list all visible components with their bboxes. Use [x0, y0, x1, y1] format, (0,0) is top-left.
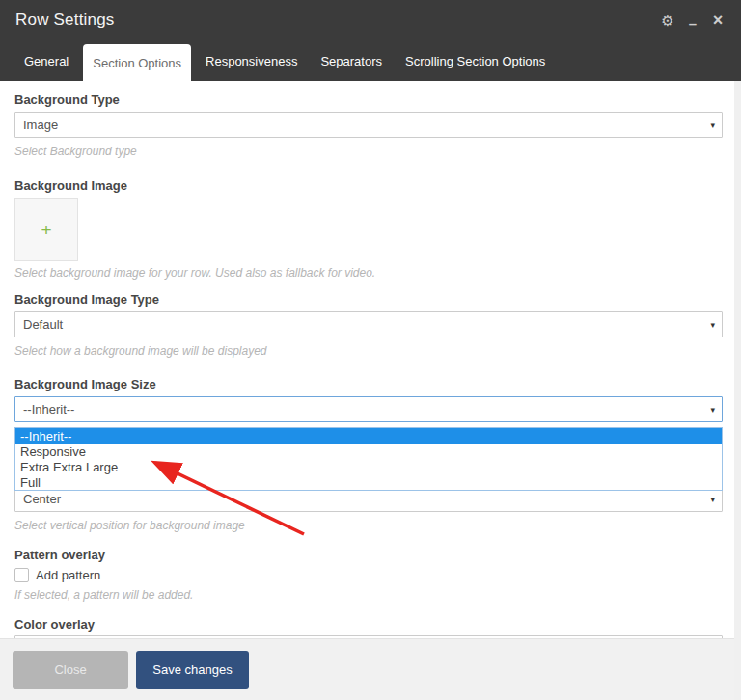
row-settings-dialog: Row Settings ⚙ – × General Section Optio…: [0, 0, 741, 700]
tab-separators[interactable]: Separators: [309, 40, 394, 81]
background-image-size-value: --Inherit--: [23, 402, 74, 417]
field-pattern-overlay: Pattern overlay Add pattern If selected,…: [14, 548, 723, 603]
save-changes-button[interactable]: Save changes: [136, 651, 249, 689]
close-button[interactable]: Close: [13, 651, 128, 689]
dialog-body: Background Type Image ▾ Select Backgroun…: [0, 81, 741, 638]
gear-icon[interactable]: ⚙: [660, 13, 675, 28]
scrollbar[interactable]: [734, 81, 741, 700]
plus-icon: +: [41, 221, 51, 239]
background-image-type-select[interactable]: Default ▾: [14, 311, 723, 337]
dialog-title: Row Settings: [15, 11, 115, 30]
field-background-type: Background Type Image ▾ Select Backgroun…: [14, 93, 723, 159]
field-background-image-type: Background Image Type Default ▾ Select h…: [14, 292, 723, 359]
field-background-image: Background Image + Select background ima…: [14, 178, 723, 281]
tab-scrolling-section-options[interactable]: Scrolling Section Options: [394, 40, 557, 81]
background-image-size-select[interactable]: --Inherit-- ▾: [14, 396, 723, 422]
background-image-label: Background Image: [14, 178, 723, 194]
dialog-footer: Close Save changes: [0, 638, 741, 700]
field-color-overlay: Color overlay: [14, 617, 723, 638]
background-type-label: Background Type: [14, 93, 723, 108]
background-image-position-value: Center: [23, 492, 61, 506]
background-image-size-label: Background Image Size: [14, 377, 723, 392]
size-option[interactable]: --Inherit--: [15, 428, 722, 444]
background-image-type-value: Default: [23, 317, 63, 332]
chevron-down-icon: ▾: [710, 320, 715, 329]
background-type-helper: Select Background type: [14, 145, 723, 159]
tab-responsiveness[interactable]: Responsiveness: [194, 40, 309, 81]
size-option[interactable]: Responsive: [15, 444, 722, 459]
minimize-icon[interactable]: –: [685, 16, 700, 31]
size-option[interactable]: Extra Extra Large: [15, 459, 722, 474]
background-type-select[interactable]: Image ▾: [14, 112, 723, 138]
tab-bar: General Section Options Responsiveness S…: [0, 40, 741, 81]
color-overlay-label: Color overlay: [14, 617, 723, 633]
field-background-image-position: Center ▾ Select vertical position for ba…: [14, 486, 723, 533]
add-pattern-label: Add pattern: [36, 568, 100, 582]
tab-section-options[interactable]: Section Options: [83, 44, 191, 81]
background-image-helper: Select background image for your row. Us…: [14, 266, 723, 281]
background-image-type-helper: Select how a background image will be di…: [14, 344, 723, 359]
chevron-down-icon: ▾: [710, 405, 715, 414]
background-image-type-label: Background Image Type: [14, 292, 723, 308]
field-background-image-size: Background Image Size --Inherit-- ▾ --In…: [14, 377, 723, 422]
pattern-overlay-label: Pattern overlay: [14, 548, 723, 563]
pattern-overlay-helper: If selected, a pattern will be added.: [14, 588, 723, 603]
add-pattern-checkbox[interactable]: [14, 568, 29, 582]
tab-general[interactable]: General: [13, 40, 80, 81]
background-type-value: Image: [23, 118, 58, 132]
size-dropdown-list: --Inherit--ResponsiveExtra Extra LargeFu…: [14, 427, 723, 491]
titlebar: Row Settings ⚙ – ×: [0, 0, 741, 40]
size-option[interactable]: Full: [15, 474, 722, 490]
chevron-down-icon: ▾: [710, 121, 715, 129]
chevron-down-icon: ▾: [710, 495, 715, 503]
background-image-position-helper: Select vertical position for background …: [14, 519, 723, 533]
add-image-button[interactable]: +: [14, 198, 78, 261]
close-icon[interactable]: ×: [710, 12, 726, 29]
